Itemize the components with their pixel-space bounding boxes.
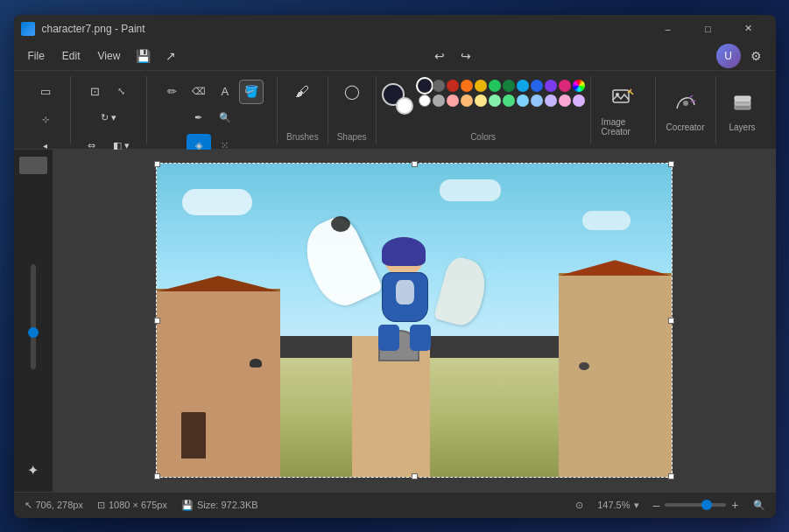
fill-button[interactable]: 🪣 bbox=[239, 80, 264, 104]
main-area: ✦ bbox=[14, 150, 776, 492]
color-selector[interactable] bbox=[382, 83, 413, 115]
app-window: character7.png - Paint – □ ✕ File Edit V… bbox=[14, 15, 776, 518]
bird bbox=[331, 216, 350, 232]
color-swatch-silver[interactable] bbox=[433, 94, 445, 107]
zoom-dropdown-icon[interactable]: ▾ bbox=[634, 500, 639, 511]
menu-file[interactable]: File bbox=[21, 46, 52, 66]
building-left bbox=[157, 289, 280, 477]
save-button[interactable]: 💾 bbox=[130, 44, 155, 68]
color-swatch-purple[interactable] bbox=[545, 80, 557, 92]
zoom-level: 147.5% ▾ bbox=[597, 500, 638, 511]
color-swatch-orange[interactable] bbox=[461, 80, 473, 92]
settings-button[interactable]: ⚙ bbox=[744, 44, 769, 68]
redo-button[interactable]: ↪ bbox=[454, 44, 478, 68]
colors-label: Colors bbox=[470, 132, 496, 144]
svg-rect-4 bbox=[735, 101, 750, 105]
brush-size-track[interactable] bbox=[31, 264, 36, 369]
zoom-in-button[interactable]: + bbox=[731, 498, 738, 512]
canvas-dimensions-item: ⊡ 1080 × 675px bbox=[97, 500, 167, 511]
color-swatch-darkgreen[interactable] bbox=[503, 80, 515, 92]
color-swatch-gray[interactable] bbox=[433, 80, 445, 92]
char-body bbox=[382, 272, 428, 322]
text-button[interactable]: A bbox=[213, 80, 237, 104]
share-button[interactable]: ↗ bbox=[159, 44, 183, 68]
pencil-button[interactable]: ✏ bbox=[160, 80, 185, 104]
zoom-slider-area: – + bbox=[653, 498, 739, 512]
eraser-button[interactable]: ⌫ bbox=[187, 80, 211, 104]
color-swatch-white[interactable] bbox=[419, 94, 431, 107]
status-bar: ↖ 706, 278px ⊡ 1080 × 675px 💾 Size: 972.… bbox=[14, 492, 776, 518]
colorpicker-button[interactable]: ✒ bbox=[187, 106, 211, 130]
color-swatch-yellow[interactable] bbox=[475, 80, 487, 92]
color-swatch-lightorange[interactable] bbox=[461, 94, 473, 107]
color-swatch-lavender[interactable] bbox=[545, 94, 557, 107]
color-swatch-mint[interactable] bbox=[503, 94, 515, 107]
char-chest bbox=[396, 280, 413, 304]
color-swatch-blue[interactable] bbox=[531, 80, 543, 92]
color-swatch-pink[interactable] bbox=[559, 80, 571, 92]
color-swatch-lilac[interactable] bbox=[573, 94, 585, 107]
fit-view-button[interactable]: ⊙ bbox=[575, 500, 583, 511]
undo-button[interactable]: ↩ bbox=[427, 44, 452, 68]
cocreator-label: Cocreator bbox=[666, 122, 705, 132]
brush-size-thumb[interactable] bbox=[28, 327, 39, 338]
left-toolbar-handle bbox=[19, 157, 47, 174]
color-swatch-red[interactable] bbox=[447, 80, 459, 92]
menu-edit[interactable]: Edit bbox=[55, 46, 88, 66]
magnify-button[interactable]: 🔍 bbox=[213, 106, 237, 130]
brushes-selector[interactable]: 🖌 bbox=[286, 80, 318, 104]
rotate-button[interactable]: ↻ ▾ bbox=[93, 106, 124, 130]
minimize-button[interactable]: – bbox=[648, 15, 688, 43]
menu-view[interactable]: View bbox=[91, 46, 128, 66]
background-color[interactable] bbox=[396, 97, 413, 115]
left-tool-extra[interactable]: ✦ bbox=[19, 457, 47, 485]
title-bar: character7.png - Paint – □ ✕ bbox=[14, 15, 776, 43]
color-swatch-lightyellow[interactable] bbox=[475, 94, 487, 107]
toolbar-group-layers[interactable]: Layers bbox=[716, 76, 769, 144]
color-swatch-black[interactable] bbox=[419, 80, 431, 92]
color-swatch-lightgreen[interactable] bbox=[489, 94, 501, 107]
cocreator-icon bbox=[670, 88, 701, 119]
layers-label: Layers bbox=[729, 122, 755, 132]
color-swatch-periwinkle[interactable] bbox=[531, 94, 543, 107]
toolbar-group-image-creator[interactable]: Image Creator bbox=[591, 76, 656, 144]
selection-rect-button[interactable]: ▭ bbox=[33, 80, 58, 104]
resize-button[interactable]: ⤡ bbox=[109, 80, 134, 104]
toolbar-group-tools: ✏ ⌫ A 🪣 ✒ 🔍 ◈ ⁙ Tools bbox=[147, 76, 278, 144]
maximize-button[interactable]: □ bbox=[688, 15, 729, 43]
svg-rect-5 bbox=[735, 96, 750, 101]
zoom-thumb[interactable] bbox=[701, 500, 712, 510]
close-button[interactable]: ✕ bbox=[729, 15, 769, 43]
undo-redo: ↩ ↪ bbox=[427, 44, 478, 68]
color-swatch-lightpink[interactable] bbox=[559, 94, 571, 107]
character-figure bbox=[352, 227, 457, 358]
selection-free-button[interactable]: ⊹ bbox=[33, 108, 58, 132]
menu-actions: 💾 ↗ bbox=[130, 44, 183, 68]
brushes-label: Brushes bbox=[286, 132, 319, 144]
toolbar-group-cocreator[interactable]: Cocreator bbox=[656, 76, 716, 144]
color-swatch-lightred[interactable] bbox=[447, 94, 459, 107]
char-helmet bbox=[382, 237, 426, 266]
brush-size-slider-area bbox=[31, 181, 36, 453]
toolbar-group-colors: Colors bbox=[377, 76, 591, 144]
color-swatch-sky[interactable] bbox=[517, 94, 529, 107]
zoom-track[interactable] bbox=[665, 503, 726, 507]
color-swatch-rainbow[interactable] bbox=[573, 80, 585, 92]
leg-right bbox=[410, 325, 431, 351]
cursor-icon: ↖ bbox=[25, 500, 32, 511]
crop-button[interactable]: ⊡ bbox=[83, 80, 108, 104]
shapes-selector[interactable]: ◯ bbox=[340, 80, 364, 104]
canvas[interactable] bbox=[156, 163, 673, 478]
bird-ground-1 bbox=[250, 359, 262, 368]
door-left bbox=[181, 412, 206, 458]
color-swatch-lightblue[interactable] bbox=[517, 80, 529, 92]
toolbar-group-brushes: 🖌 Brushes bbox=[278, 76, 328, 144]
cloud-1 bbox=[182, 189, 252, 215]
zoom-fit-button[interactable]: 🔍 bbox=[753, 500, 765, 511]
canvas-container[interactable] bbox=[53, 150, 776, 492]
building-right bbox=[559, 273, 672, 477]
zoom-out-button[interactable]: – bbox=[653, 498, 660, 512]
color-swatch-green[interactable] bbox=[489, 80, 501, 92]
user-avatar[interactable]: U bbox=[716, 44, 741, 68]
svg-rect-3 bbox=[735, 105, 750, 109]
